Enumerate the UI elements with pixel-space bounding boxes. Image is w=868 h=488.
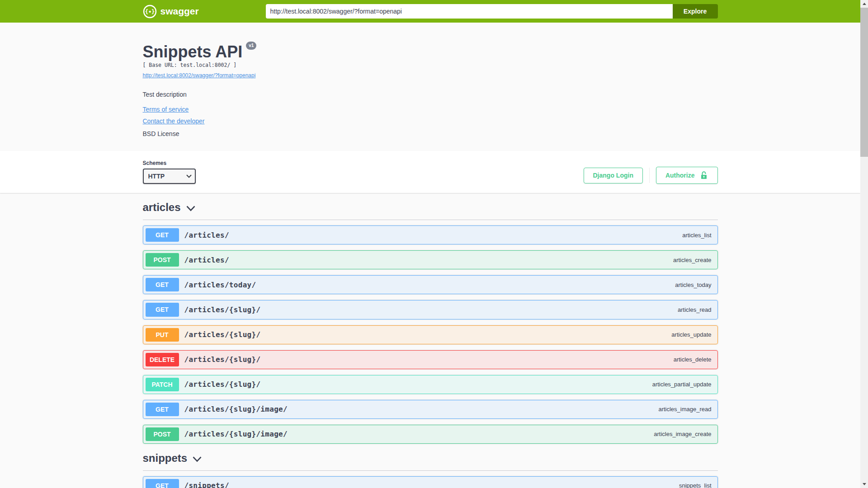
operation-id: articles_create bbox=[673, 257, 715, 263]
operations-list: GET /articles/ articles_list POST /artic… bbox=[143, 225, 718, 444]
operation-path: /articles/today/ bbox=[184, 281, 256, 289]
operation-id: articles_today bbox=[675, 282, 715, 288]
schemes-group: Schemes HTTP bbox=[143, 160, 196, 184]
operation-id: snippets_list bbox=[679, 482, 715, 488]
method-badge: PATCH bbox=[146, 378, 179, 391]
operation-id: articles_read bbox=[678, 306, 715, 313]
operation-path: /articles/ bbox=[184, 256, 229, 264]
page-title: Snippets APIv1 bbox=[143, 42, 718, 61]
method-badge: GET bbox=[146, 228, 179, 242]
swagger-logo-icon: {∙} bbox=[143, 5, 157, 19]
method-badge: DELETE bbox=[146, 353, 179, 366]
method-badge: POST bbox=[146, 427, 179, 441]
tag-title: snippets bbox=[143, 452, 188, 465]
method-badge: POST bbox=[146, 253, 179, 267]
base-url-text: [ Base URL: test.local:8002/ ] bbox=[143, 62, 718, 68]
operation-id: articles_delete bbox=[674, 356, 715, 363]
django-login-label: Django Login bbox=[593, 172, 633, 179]
contact-developer-link[interactable]: Contact the developer bbox=[143, 117, 205, 125]
operation-row[interactable]: PUT /articles/{slug}/ articles_update bbox=[143, 325, 718, 344]
method-badge: GET bbox=[146, 479, 179, 488]
operations-area: articles GET /articles/ articles_list PO… bbox=[143, 201, 718, 488]
chevron-down-icon[interactable] bbox=[186, 206, 195, 211]
method-badge: GET bbox=[146, 303, 179, 316]
operation-row[interactable]: POST /articles/{slug}/image/ articles_im… bbox=[143, 425, 718, 444]
swagger-page: {∙} swagger Explore Snippets APIv1 [ Bas… bbox=[0, 0, 860, 488]
tag-header[interactable]: articles bbox=[143, 201, 718, 220]
button-divider bbox=[649, 168, 650, 183]
swagger-logo[interactable]: {∙} swagger bbox=[143, 5, 199, 19]
operation-path: /articles/{slug}/image/ bbox=[184, 430, 288, 438]
authorize-label: Authorize bbox=[665, 172, 695, 179]
api-info-section: Snippets APIv1 [ Base URL: test.local:80… bbox=[0, 23, 860, 151]
schemes-select[interactable]: HTTP bbox=[143, 169, 196, 184]
operation-path: /snippets/ bbox=[184, 481, 229, 488]
scrollbar[interactable] bbox=[860, 0, 868, 488]
api-title-text: Snippets API bbox=[143, 42, 243, 61]
auth-wrapper: Django Login Authorize bbox=[584, 167, 718, 184]
chevron-down-icon[interactable] bbox=[193, 456, 202, 462]
operations-list: GET /snippets/ snippets_list bbox=[143, 476, 718, 488]
license-text: BSD License bbox=[143, 130, 718, 137]
operation-path: /articles/{slug}/ bbox=[184, 380, 261, 389]
api-description: Test description bbox=[143, 91, 718, 98]
brand-name: swagger bbox=[160, 6, 199, 17]
spec-url-form: Explore bbox=[266, 4, 718, 19]
operation-row[interactable]: GET /articles/today/ articles_today bbox=[143, 275, 718, 294]
operation-row[interactable]: GET /articles/{slug}/ articles_read bbox=[143, 300, 718, 319]
authorize-button[interactable]: Authorize bbox=[656, 167, 718, 184]
operation-path: /articles/{slug}/ bbox=[184, 355, 261, 364]
django-login-button[interactable]: Django Login bbox=[584, 168, 643, 183]
topbar: {∙} swagger Explore bbox=[0, 0, 860, 23]
scheme-container: Schemes HTTP Django Login Authorize bbox=[0, 151, 860, 193]
operation-row[interactable]: GET /articles/ articles_list bbox=[143, 225, 718, 244]
scrollbar-up-arrow-icon[interactable] bbox=[860, 0, 868, 8]
operation-id: articles_list bbox=[682, 232, 715, 239]
operation-path: /articles/{slug}/image/ bbox=[184, 405, 288, 413]
operation-path: /articles/{slug}/ bbox=[184, 330, 261, 339]
scrollbar-down-arrow-icon[interactable] bbox=[860, 480, 868, 488]
spec-url-input[interactable] bbox=[266, 4, 673, 19]
schemes-label: Schemes bbox=[143, 160, 196, 166]
operation-path: /articles/ bbox=[184, 231, 229, 239]
scrollbar-thumb[interactable] bbox=[860, 8, 868, 157]
explore-button[interactable]: Explore bbox=[673, 4, 718, 19]
terms-of-service-link[interactable]: Terms of service bbox=[143, 106, 189, 113]
tag-section: snippets GET /snippets/ snippets_list bbox=[143, 452, 718, 488]
method-badge: PUT bbox=[146, 328, 179, 342]
svg-text:{∙}: {∙} bbox=[145, 9, 155, 15]
operation-row[interactable]: PATCH /articles/{slug}/ articles_partial… bbox=[143, 375, 718, 394]
operation-id: articles_image_create bbox=[654, 431, 715, 437]
operation-row[interactable]: GET /snippets/ snippets_list bbox=[143, 476, 718, 488]
tag-title: articles bbox=[143, 201, 181, 214]
version-badge: v1 bbox=[246, 42, 256, 50]
tag-header[interactable]: snippets bbox=[143, 452, 718, 471]
method-badge: GET bbox=[146, 403, 179, 416]
operation-row[interactable]: DELETE /articles/{slug}/ articles_delete bbox=[143, 350, 718, 369]
tag-section: articles GET /articles/ articles_list PO… bbox=[143, 201, 718, 444]
method-badge: GET bbox=[146, 278, 179, 291]
unlocked-padlock-icon bbox=[699, 171, 708, 180]
operation-id: articles_image_read bbox=[658, 406, 715, 413]
spec-link[interactable]: http://test.local:8002/swagger/?format=o… bbox=[143, 72, 256, 79]
operation-path: /articles/{slug}/ bbox=[184, 305, 261, 314]
operation-row[interactable]: POST /articles/ articles_create bbox=[143, 250, 718, 269]
operation-id: articles_update bbox=[671, 331, 715, 338]
operation-id: articles_partial_update bbox=[652, 381, 715, 388]
tag-sections: articles GET /articles/ articles_list PO… bbox=[143, 201, 718, 488]
operation-row[interactable]: GET /articles/{slug}/image/ articles_ima… bbox=[143, 400, 718, 419]
